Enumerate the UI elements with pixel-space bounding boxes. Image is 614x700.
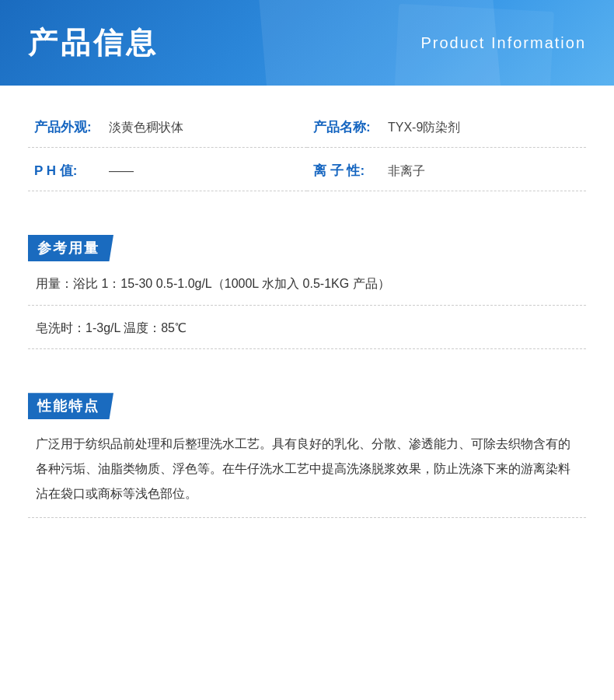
- dosage-section: 参考用量 用量：浴比 1：15-30 0.5-1.0g/L（1000L 水加入 …: [28, 213, 586, 349]
- header-banner: 产品信息 Product Information: [0, 0, 614, 86]
- info-row-2: P H 值: —— 离 子 性: 非离子: [28, 148, 586, 191]
- main-content: 产品外观: 淡黄色稠状体 产品名称: TYX-9防染剂 P H 值: —— 离 …: [0, 86, 614, 544]
- ionicity-value: 非离子: [388, 163, 425, 180]
- appearance-label: 产品外观:: [34, 118, 96, 136]
- performance-section: 性能特点 广泛用于纺织品前处理和后整理洗水工艺。具有良好的乳化、分散、渗透能力、…: [28, 371, 586, 518]
- info-row-1: 产品外观: 淡黄色稠状体 产品名称: TYX-9防染剂: [28, 104, 586, 148]
- ph-value: ——: [109, 164, 134, 178]
- product-name-value: TYX-9防染剂: [388, 120, 460, 136]
- dosage-row-1: 用量：浴比 1：15-30 0.5-1.0g/L（1000L 水加入 0.5-1…: [28, 261, 586, 306]
- ionicity-cell: 离 子 性: 非离子: [307, 148, 586, 191]
- dosage-row-2: 皂洗时：1-3g/L 温度：85℃: [28, 306, 586, 350]
- ionicity-label: 离 子 性:: [313, 162, 375, 180]
- ph-cell: P H 值: ——: [28, 148, 307, 191]
- ph-label: P H 值:: [34, 162, 96, 180]
- performance-section-title: 性能特点: [28, 393, 113, 419]
- dosage-section-title: 参考用量: [28, 235, 113, 261]
- product-name-cell: 产品名称: TYX-9防染剂: [307, 104, 586, 148]
- performance-text: 广泛用于纺织品前处理和后整理洗水工艺。具有良好的乳化、分散、渗透能力、可除去织物…: [28, 419, 586, 518]
- appearance-cell: 产品外观: 淡黄色稠状体: [28, 104, 307, 148]
- page-title-zh: 产品信息: [28, 23, 159, 63]
- product-name-label: 产品名称:: [313, 118, 375, 136]
- page-title-en: Product Information: [420, 34, 586, 52]
- appearance-value: 淡黄色稠状体: [109, 120, 183, 136]
